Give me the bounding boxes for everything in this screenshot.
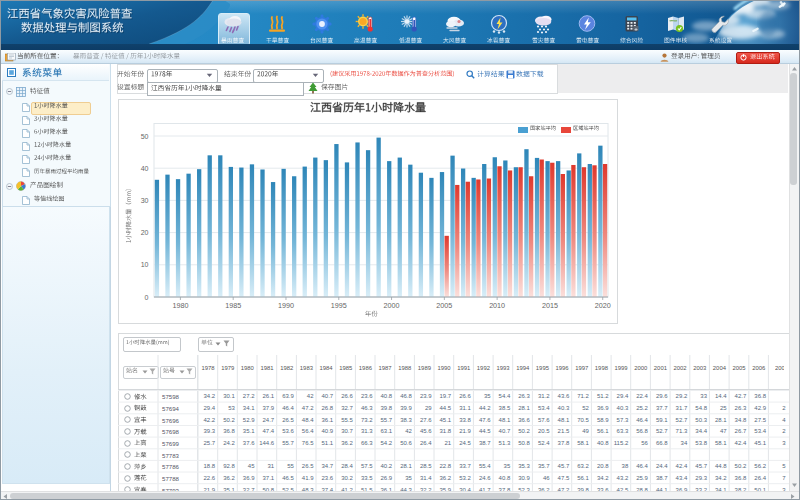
svg-text:1995: 1995 [331, 301, 347, 310]
svg-text:50: 50 [141, 133, 149, 140]
svg-text:2000: 2000 [384, 301, 400, 310]
svg-text:10: 10 [141, 261, 149, 268]
svg-text:0: 0 [145, 294, 149, 301]
svg-text:30: 30 [141, 197, 149, 204]
svg-text:1990: 1990 [278, 301, 294, 310]
svg-text:20: 20 [141, 229, 149, 236]
svg-text:2020: 2020 [595, 301, 611, 310]
svg-text:1980: 1980 [172, 301, 188, 310]
svg-text:40: 40 [141, 165, 149, 172]
svg-text:1985: 1985 [225, 301, 241, 310]
svg-text:2015: 2015 [542, 301, 558, 310]
svg-text:2005: 2005 [436, 301, 452, 310]
svg-text:2010: 2010 [489, 301, 505, 310]
